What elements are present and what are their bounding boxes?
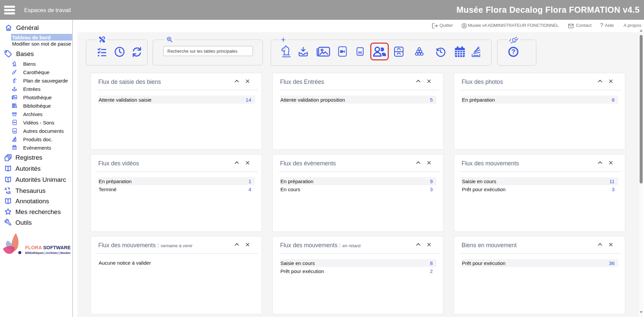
svg-text:B: B [8,191,11,195]
svg-text:A: A [4,187,7,191]
svg-text:?: ? [511,48,515,55]
